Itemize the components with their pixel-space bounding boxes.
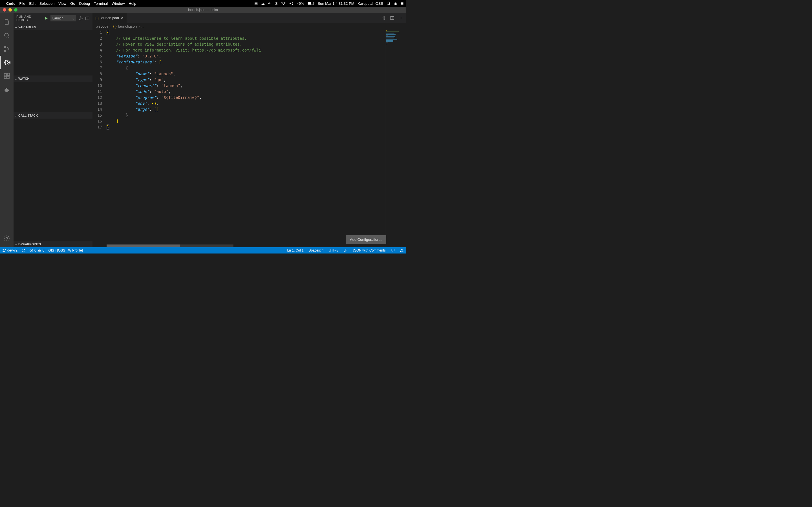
activity-bar	[0, 13, 13, 247]
svg-rect-11	[4, 73, 6, 76]
explorer-icon[interactable]	[0, 15, 13, 29]
debug-sidebar: RUN AND DEBUG Launch ⌄ ⌄ VARIABLES	[13, 13, 93, 247]
notifications-icon[interactable]	[400, 248, 404, 252]
svg-rect-13	[7, 76, 9, 78]
menu-window[interactable]: Window	[112, 1, 124, 6]
datetime[interactable]: Sun Mar 1 4:31:32 PM	[318, 1, 354, 6]
add-configuration-button[interactable]: Add Configuration...	[346, 235, 386, 244]
more-actions-icon[interactable]: ⋯	[398, 16, 402, 20]
svg-point-16	[80, 18, 81, 19]
breadcrumb[interactable]: .vscode › { } launch.json › ...	[93, 23, 406, 30]
variables-panel-header[interactable]: ⌄ VARIABLES	[13, 24, 93, 30]
gist-profile[interactable]: GIST [OSS TW Profile]	[48, 248, 83, 252]
chevron-down-icon: ⌄	[15, 242, 17, 246]
svg-rect-17	[86, 17, 89, 20]
breadcrumb-file[interactable]: launch.json	[118, 24, 137, 29]
window-close-button[interactable]	[3, 8, 6, 11]
svg-point-8	[4, 47, 6, 48]
battery-percent: 49%	[297, 1, 304, 6]
svg-point-22	[5, 249, 6, 250]
cursor-position[interactable]: Ln 1, Col 1	[287, 248, 304, 252]
breadcrumb-more[interactable]: ...	[142, 24, 145, 29]
sync-icon[interactable]	[21, 248, 26, 252]
chevron-down-icon: ⌄	[72, 16, 75, 20]
breakpoints-label: BREAKPOINTS	[18, 242, 41, 246]
config-selected: Launch	[52, 16, 63, 20]
chevron-down-icon: ⌄	[15, 77, 17, 80]
split-editor-icon[interactable]	[390, 16, 395, 20]
svg-point-4	[387, 2, 390, 4]
menu-view[interactable]: View	[58, 1, 66, 6]
docker-icon[interactable]	[0, 83, 13, 96]
settings-gear-icon[interactable]	[0, 231, 13, 245]
watch-panel-header[interactable]: ⌄ WATCH	[13, 75, 93, 82]
svg-rect-3	[314, 3, 314, 4]
problems[interactable]: 0 0	[29, 248, 44, 252]
debug-console-icon[interactable]	[85, 16, 90, 20]
variables-label: VARIABLES	[18, 25, 36, 29]
sidebar-title: RUN AND DEBUG	[16, 15, 41, 22]
callstack-panel-header[interactable]: ⌄ CALL STACK	[13, 112, 93, 119]
debug-config-select[interactable]: Launch ⌄	[50, 15, 76, 21]
source-control-icon[interactable]	[0, 42, 13, 56]
code-content[interactable]: { // Use IntelliSense to learn about pos…	[107, 30, 406, 247]
menu-debug[interactable]: Debug	[79, 1, 90, 6]
minimap[interactable]	[385, 30, 402, 247]
svg-point-6	[4, 33, 8, 37]
svg-rect-2	[308, 2, 311, 4]
menu-edit[interactable]: Edit	[29, 1, 35, 6]
watch-label: WATCH	[18, 77, 30, 80]
menu-selection[interactable]: Selection	[40, 1, 54, 6]
tab-launch-json[interactable]: { } launch.json ✕	[93, 13, 127, 23]
run-debug-icon[interactable]	[0, 56, 13, 69]
menu-terminal[interactable]: Terminal	[94, 1, 108, 6]
battery-icon	[308, 2, 314, 5]
window-minimize-button[interactable]	[8, 8, 12, 11]
code-editor[interactable]: 1234567891011121314151617 { // Use Intel…	[93, 30, 406, 247]
indentation[interactable]: Spaces: 4	[309, 248, 324, 252]
app-name[interactable]: Code	[6, 1, 15, 6]
variables-panel-body	[13, 30, 93, 75]
start-debug-button[interactable]	[44, 16, 48, 20]
svg-line-7	[8, 37, 10, 38]
tray-icon[interactable]: ▤	[254, 1, 258, 6]
user-name[interactable]: Karuppiah OSS	[358, 1, 383, 6]
scrollbar-thumb[interactable]	[107, 244, 180, 247]
line-gutter: 1234567891011121314151617	[93, 30, 107, 247]
language-mode[interactable]: JSON with Comments	[352, 248, 386, 252]
menu-icon[interactable]: ☰	[400, 1, 404, 6]
compare-icon[interactable]	[382, 16, 386, 20]
statusbar: dev-v2 0 0 GIST [OSS TW Profile] Ln 1, C…	[0, 247, 406, 253]
json-file-icon: { }	[95, 16, 99, 20]
chevron-right-icon: ›	[139, 24, 140, 29]
menu-file[interactable]: File	[19, 1, 26, 6]
close-tab-icon[interactable]: ✕	[121, 16, 124, 20]
extensions-icon[interactable]	[0, 69, 13, 83]
window-maximize-button[interactable]	[14, 8, 17, 11]
callstack-label: CALL STACK	[18, 114, 38, 117]
tray-icon[interactable]: ☁	[261, 1, 265, 6]
eol[interactable]: LF	[343, 248, 347, 252]
encoding[interactable]: UTF-8	[329, 248, 338, 252]
siri-icon[interactable]: ◉	[394, 1, 397, 6]
wifi-icon[interactable]	[281, 2, 286, 5]
menu-help[interactable]: Help	[129, 1, 136, 6]
macos-menubar: Code File Edit Selection View Go Debug T…	[0, 0, 406, 7]
breakpoints-panel-header[interactable]: ⌄ BREAKPOINTS	[13, 241, 93, 247]
feedback-icon[interactable]	[391, 248, 395, 252]
editor-tabs: { } launch.json ✕ ⋯	[93, 13, 406, 23]
svg-point-10	[8, 48, 9, 50]
svg-point-15	[6, 237, 8, 239]
volume-icon[interactable]	[289, 2, 294, 5]
git-branch[interactable]: dev-v2	[2, 248, 17, 252]
breadcrumb-folder[interactable]: .vscode	[96, 24, 109, 29]
search-icon[interactable]	[0, 29, 13, 42]
debug-settings-icon[interactable]	[79, 16, 83, 20]
tab-label: launch.json	[100, 16, 119, 20]
spotlight-icon[interactable]	[387, 1, 391, 5]
tray-icon[interactable]: S	[275, 1, 278, 6]
svg-point-9	[4, 50, 6, 52]
tray-icon[interactable]: ᯅ	[268, 1, 272, 6]
horizontal-scrollbar[interactable]	[107, 244, 234, 247]
menu-go[interactable]: Go	[70, 1, 75, 6]
